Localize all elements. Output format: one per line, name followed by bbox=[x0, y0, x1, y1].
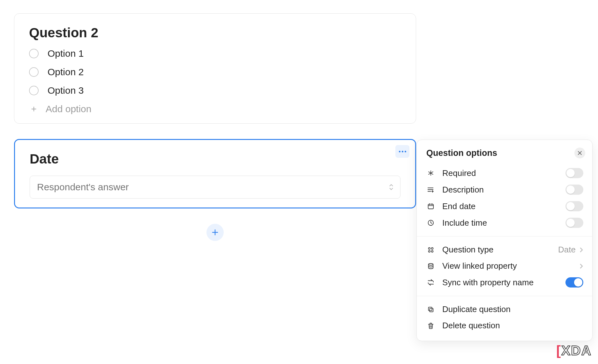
question-card-q2[interactable]: Question 2 Option 1 Option 2 Option 3 Ad… bbox=[14, 13, 416, 124]
divider bbox=[417, 236, 592, 237]
description-toggle[interactable] bbox=[565, 185, 583, 195]
asterisk-icon bbox=[426, 169, 435, 178]
option-label[interactable]: Option 1 bbox=[48, 48, 84, 59]
radio-icon[interactable] bbox=[29, 86, 39, 95]
required-toggle[interactable] bbox=[565, 168, 583, 178]
svg-rect-14 bbox=[428, 204, 434, 209]
option-row[interactable]: Option 3 bbox=[29, 85, 401, 96]
radio-icon[interactable] bbox=[29, 49, 39, 58]
required-label: Required bbox=[442, 168, 558, 178]
question-type-value-wrap: Date bbox=[558, 245, 583, 255]
svg-rect-26 bbox=[430, 308, 433, 312]
view-linked-trailing bbox=[579, 263, 583, 269]
svg-point-24 bbox=[431, 250, 433, 252]
include-time-row[interactable]: Include time bbox=[417, 215, 592, 231]
question-options-popover: Question options Required Description bbox=[416, 140, 593, 341]
option-label[interactable]: Option 3 bbox=[48, 85, 84, 96]
divider bbox=[417, 296, 592, 296]
add-option-button[interactable]: Add option bbox=[29, 104, 401, 114]
close-button[interactable] bbox=[574, 148, 585, 158]
delete-question-row[interactable]: Delete question bbox=[417, 317, 592, 334]
duplicate-question-row[interactable]: Duplicate question bbox=[417, 301, 592, 317]
end-date-row[interactable]: End date bbox=[417, 198, 592, 215]
option-row[interactable]: Option 1 bbox=[29, 48, 401, 59]
svg-point-22 bbox=[431, 247, 433, 249]
svg-line-20 bbox=[431, 223, 432, 223]
add-question-button[interactable] bbox=[206, 224, 224, 241]
grid-dots-icon bbox=[426, 245, 435, 254]
chevron-right-icon bbox=[579, 263, 583, 269]
popover-title: Question options bbox=[426, 148, 497, 158]
sync-toggle[interactable] bbox=[565, 277, 583, 288]
description-label: Description bbox=[442, 185, 558, 195]
question-type-row[interactable]: Question type Date bbox=[417, 242, 592, 258]
question-type-label: Question type bbox=[442, 245, 551, 255]
radio-icon[interactable] bbox=[29, 67, 39, 77]
option-label[interactable]: Option 2 bbox=[48, 67, 84, 77]
include-time-toggle[interactable] bbox=[565, 218, 583, 228]
popover-section-actions: Duplicate question Delete question bbox=[417, 300, 592, 335]
question-title[interactable]: Date bbox=[30, 151, 400, 167]
description-row[interactable]: Description bbox=[417, 181, 592, 198]
end-date-label: End date bbox=[442, 201, 558, 211]
close-icon bbox=[578, 151, 582, 155]
svg-point-25 bbox=[429, 263, 433, 265]
svg-point-21 bbox=[429, 247, 430, 249]
sync-label: Sync with property name bbox=[442, 278, 558, 288]
view-linked-property-row[interactable]: View linked property bbox=[417, 258, 592, 274]
calendar-icon bbox=[426, 202, 435, 211]
popover-section-toggles: Required Description End date Include ti… bbox=[417, 164, 592, 232]
sync-property-name-row[interactable]: Sync with property name bbox=[417, 274, 592, 291]
trash-icon bbox=[426, 321, 435, 330]
add-option-label: Add option bbox=[46, 104, 91, 114]
option-row[interactable]: Option 2 bbox=[29, 67, 401, 77]
include-time-label: Include time bbox=[442, 218, 558, 228]
respondent-answer-input[interactable] bbox=[30, 176, 400, 199]
chevron-right-icon bbox=[579, 247, 583, 253]
view-linked-property-label: View linked property bbox=[442, 261, 572, 271]
question-type-value: Date bbox=[558, 245, 576, 255]
watermark: [XDA bbox=[556, 343, 592, 358]
dots-icon bbox=[399, 151, 406, 152]
end-date-toggle[interactable] bbox=[565, 201, 583, 211]
popover-header: Question options bbox=[417, 146, 592, 164]
plus-icon bbox=[29, 104, 39, 114]
sync-icon bbox=[426, 278, 435, 287]
more-options-button[interactable] bbox=[395, 145, 409, 158]
answer-field-wrap bbox=[30, 176, 400, 199]
form-canvas: Question 2 Option 1 Option 2 Option 3 Ad… bbox=[14, 13, 416, 241]
stepper-icon[interactable] bbox=[388, 183, 394, 191]
delete-question-label: Delete question bbox=[442, 321, 583, 331]
clock-icon bbox=[426, 218, 435, 227]
lines-plus-icon bbox=[426, 185, 435, 194]
svg-point-23 bbox=[429, 250, 430, 252]
duplicate-question-label: Duplicate question bbox=[442, 304, 583, 314]
question-card-date[interactable]: Date bbox=[14, 139, 416, 208]
required-row[interactable]: Required bbox=[417, 165, 592, 181]
database-icon bbox=[426, 262, 435, 271]
svg-rect-27 bbox=[429, 307, 432, 310]
question-title[interactable]: Question 2 bbox=[29, 25, 401, 40]
popover-section-type: Question type Date View linked property bbox=[417, 240, 592, 292]
duplicate-icon bbox=[426, 305, 435, 314]
